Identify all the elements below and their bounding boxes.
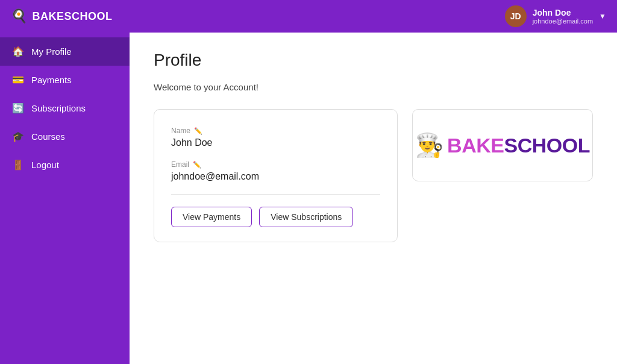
credit-card-icon: 💳	[12, 74, 24, 86]
user-menu[interactable]: JD John Doe johndoe@email.com ▼	[505, 5, 606, 27]
chevron-down-icon: ▼	[599, 12, 606, 20]
profile-card: Name ✏️ John Doe Email ✏️ johndoe@email.…	[154, 109, 398, 242]
view-subscriptions-button[interactable]: View Subscriptions	[259, 207, 353, 227]
graduation-icon: 🎓	[12, 131, 24, 142]
app-layout: 🏠 My Profile 💳 Payments 🔄 Subscriptions …	[0, 33, 617, 364]
logo-bake: BAKE	[447, 134, 504, 157]
logo-card: 👨‍🍳 BAKESCHOOL	[412, 109, 593, 181]
sidebar-label-courses: Courses	[31, 131, 65, 142]
card-actions: View Payments View Subscriptions	[171, 207, 380, 227]
user-name: John Doe	[533, 8, 593, 17]
logo-card-inner: 👨‍🍳 BAKESCHOOL	[415, 132, 590, 158]
avatar: JD	[505, 5, 527, 27]
email-edit-icon[interactable]: ✏️	[193, 161, 201, 169]
name-edit-icon[interactable]: ✏️	[194, 127, 202, 135]
name-label: Name ✏️	[171, 127, 380, 135]
logo-chef-hat-icon: 👨‍🍳	[415, 132, 443, 158]
sidebar-label-logout: Logout	[31, 160, 59, 170]
sidebar-item-payments[interactable]: 💳 Payments	[0, 66, 130, 94]
sidebar-item-courses[interactable]: 🎓 Courses	[0, 122, 130, 151]
main-content: Profile Welcome to your Account! Name ✏️…	[130, 33, 617, 364]
page-title: Profile	[154, 51, 593, 70]
email-value: johndoe@email.com	[171, 171, 380, 182]
view-payments-button[interactable]: View Payments	[171, 207, 252, 227]
chef-hat-icon: 🍳	[11, 8, 28, 24]
logo: 🍳 BAKESCHOOL	[11, 8, 113, 24]
sidebar-item-my-profile[interactable]: 🏠 My Profile	[0, 37, 130, 66]
sidebar-label-subscriptions: Subscriptions	[31, 103, 86, 113]
logo-card-text: BAKESCHOOL	[447, 134, 590, 157]
logout-icon: 🚪	[12, 159, 24, 171]
sidebar: 🏠 My Profile 💳 Payments 🔄 Subscriptions …	[0, 33, 130, 364]
name-value: John Doe	[171, 137, 380, 148]
home-icon: 🏠	[12, 46, 24, 57]
sidebar-label-payments: Payments	[31, 75, 72, 85]
refresh-icon: 🔄	[12, 102, 24, 114]
user-email: johndoe@email.com	[533, 17, 593, 25]
card-divider	[171, 194, 380, 195]
email-label: Email ✏️	[171, 160, 380, 169]
welcome-text: Welcome to your Account!	[154, 82, 593, 92]
sidebar-label-my-profile: My Profile	[31, 46, 72, 57]
logo-text: BAKESCHOOL	[33, 10, 113, 23]
sidebar-item-logout[interactable]: 🚪 Logout	[0, 151, 130, 179]
sidebar-item-subscriptions[interactable]: 🔄 Subscriptions	[0, 94, 130, 122]
app-header: 🍳 BAKESCHOOL JD John Doe johndoe@email.c…	[0, 0, 617, 33]
content-row: Name ✏️ John Doe Email ✏️ johndoe@email.…	[154, 109, 593, 242]
logo-school: SCHOOL	[504, 134, 589, 157]
